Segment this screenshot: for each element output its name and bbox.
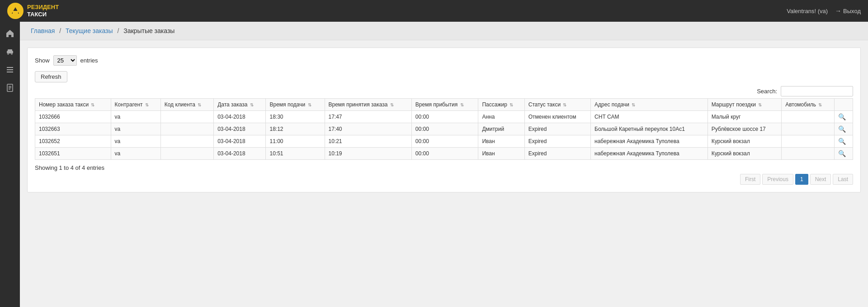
pagination: First Previous 1 Next Last	[35, 174, 853, 185]
pagination-next[interactable]: Next	[810, 174, 831, 185]
cell-car	[782, 148, 835, 160]
cell-contractor: va	[111, 123, 160, 135]
username-label: Valentrans! (va)	[787, 8, 828, 14]
col-order-date[interactable]: Дата заказа ⇅	[214, 99, 266, 111]
search-input[interactable]	[781, 86, 853, 96]
cell-contractor: va	[111, 148, 160, 160]
cell-route: Рублёвское шоссе 17	[708, 123, 782, 135]
view-button[interactable]: 🔍	[838, 125, 846, 133]
svg-rect-13	[9, 89, 10, 90]
breadcrumb-current-orders[interactable]: Текущие заказы	[66, 27, 113, 34]
svg-rect-7	[7, 67, 13, 68]
search-label: Search:	[757, 88, 777, 95]
svg-rect-9	[7, 72, 13, 72]
cell-car	[782, 111, 835, 123]
view-button[interactable]: 🔍	[838, 138, 846, 145]
col-action	[835, 99, 853, 111]
nav-right: Valentrans! (va) → Выход	[787, 7, 861, 14]
view-button[interactable]: 🔍	[838, 150, 846, 157]
cell-order-date: 03-04-2018	[214, 111, 266, 123]
svg-rect-11	[9, 86, 11, 87]
logo-line1: РЕЗИДЕНТ	[27, 4, 59, 11]
list-icon	[5, 65, 14, 74]
svg-rect-12	[9, 87, 11, 88]
view-button[interactable]: 🔍	[838, 113, 846, 120]
logout-button[interactable]: → Выход	[835, 7, 861, 14]
col-address[interactable]: Адрес подачи ⇅	[591, 99, 708, 111]
cell-view: 🔍	[835, 111, 853, 123]
car-icon	[5, 47, 14, 56]
cell-car	[782, 123, 835, 135]
table-header: Номер заказа такси ⇅ Контрагент ⇅ Код кл…	[35, 99, 853, 111]
show-label: Show	[35, 57, 50, 64]
table-row: 1032652va03-04-201811:0010:2100:00ИванEx…	[35, 135, 853, 148]
cell-accept-time: 10:21	[325, 135, 411, 148]
col-route[interactable]: Маршрут поездки ⇅	[708, 99, 782, 111]
cell-view: 🔍	[835, 123, 853, 135]
sidebar-item-list[interactable]	[2, 62, 18, 78]
sidebar-item-home[interactable]	[2, 25, 18, 42]
cell-order-date: 03-04-2018	[214, 148, 266, 160]
cell-supply-time: 18:30	[266, 111, 325, 123]
home-icon	[5, 29, 14, 38]
table-row: 1032651va03-04-201810:5110:1900:00ИванEx…	[35, 148, 853, 160]
cell-order-num: 1032651	[35, 148, 111, 160]
cell-supply-time: 18:12	[266, 123, 325, 135]
breadcrumb-home[interactable]: Главная	[31, 27, 55, 34]
logo-icon	[7, 3, 24, 19]
search-row: Search:	[35, 86, 853, 96]
logo: РЕЗИДЕНТ ТАКСИ	[7, 3, 59, 19]
entries-select[interactable]: 25 10 50 100	[53, 55, 77, 66]
svg-rect-8	[7, 69, 13, 70]
table-row: 1032663va03-04-201818:1217:4000:00Дмитри…	[35, 123, 853, 135]
cell-arrival-time: 00:00	[411, 135, 478, 148]
cell-order-num: 1032666	[35, 111, 111, 123]
sidebar	[0, 22, 20, 307]
svg-rect-4	[8, 49, 12, 51]
cell-order-num: 1032663	[35, 123, 111, 135]
main-layout: Главная / Текущие заказы / Закрытые зака…	[0, 22, 868, 307]
cell-address: СНТ САМ	[591, 111, 708, 123]
cell-accept-time: 10:19	[325, 148, 411, 160]
col-passenger[interactable]: Пассажир ⇅	[478, 99, 524, 111]
breadcrumb: Главная / Текущие заказы / Закрытые зака…	[20, 22, 868, 40]
data-table: Номер заказа такси ⇅ Контрагент ⇅ Код кл…	[35, 98, 853, 160]
table-row: 1032666va03-04-201818:3017:4700:00АннаОт…	[35, 111, 853, 123]
cell-taxi-status: Отменен клиентом	[524, 111, 590, 123]
cell-accept-time: 17:47	[325, 111, 411, 123]
col-supply-time[interactable]: Время подачи ⇅	[266, 99, 325, 111]
sidebar-item-document[interactable]	[2, 80, 18, 96]
col-arrival-time[interactable]: Время прибытия ⇅	[411, 99, 478, 111]
cell-order-date: 03-04-2018	[214, 135, 266, 148]
showing-info: Showing 1 to 4 of 4 entries	[35, 164, 853, 171]
pagination-last[interactable]: Last	[833, 174, 853, 185]
cell-order-date: 03-04-2018	[214, 123, 266, 135]
main-panel: Show 25 10 50 100 entries Refresh Search…	[27, 48, 861, 192]
cell-arrival-time: 00:00	[411, 123, 478, 135]
logo-line2: ТАКСИ	[27, 11, 59, 18]
refresh-button[interactable]: Refresh	[35, 71, 67, 82]
table-body: 1032666va03-04-201818:3017:4700:00АннаОт…	[35, 111, 853, 160]
cell-view: 🔍	[835, 135, 853, 148]
col-taxi-status[interactable]: Статус такси ⇅	[524, 99, 590, 111]
col-contractor[interactable]: Контрагент ⇅	[111, 99, 160, 111]
col-order-num[interactable]: Номер заказа такси ⇅	[35, 99, 111, 111]
sidebar-item-car[interactable]	[2, 43, 18, 60]
cell-supply-time: 11:00	[266, 135, 325, 148]
pagination-previous[interactable]: Previous	[762, 174, 793, 185]
svg-point-5	[7, 53, 9, 55]
col-accept-time[interactable]: Время принятия заказа ⇅	[325, 99, 411, 111]
cell-taxi-status: Expired	[524, 123, 590, 135]
cell-taxi-status: Expired	[524, 135, 590, 148]
cell-accept-time: 17:40	[325, 123, 411, 135]
cell-taxi-status: Expired	[524, 148, 590, 160]
col-car[interactable]: Автомобиль ⇅	[782, 99, 835, 111]
col-client-code[interactable]: Код клиента ⇅	[160, 99, 213, 111]
pagination-page-1[interactable]: 1	[795, 174, 808, 185]
cell-passenger: Иван	[478, 148, 524, 160]
pagination-first[interactable]: First	[740, 174, 760, 185]
cell-route: Курский вокзал	[708, 135, 782, 148]
svg-point-6	[11, 53, 13, 55]
cell-client-code	[160, 135, 213, 148]
logout-icon: →	[835, 7, 841, 14]
